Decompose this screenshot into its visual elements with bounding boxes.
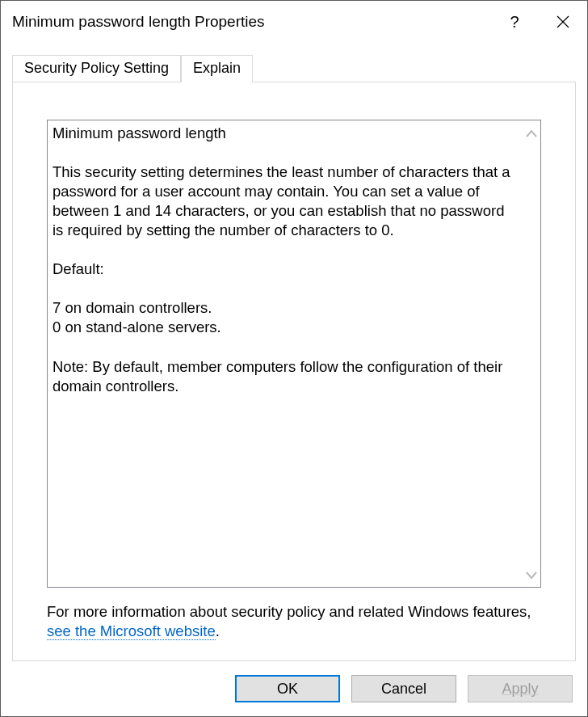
- titlebar: Minimum password length Properties ?: [1, 1, 587, 43]
- tab-label: Explain: [193, 60, 241, 76]
- properties-dialog: Minimum password length Properties ? Sec…: [0, 0, 588, 717]
- tab-security-policy-setting[interactable]: Security Policy Setting: [12, 55, 181, 82]
- tab-explain[interactable]: Explain: [181, 55, 253, 82]
- client-area: Security Policy Setting Explain Minimum …: [1, 43, 587, 661]
- close-icon: [556, 15, 569, 28]
- explain-textbox[interactable]: Minimum password length This security se…: [47, 120, 541, 588]
- cancel-button[interactable]: Cancel: [351, 675, 456, 702]
- footer-link-text: see the Microsoft website: [47, 622, 216, 639]
- close-button[interactable]: [539, 1, 587, 43]
- button-row: OK Cancel Apply: [1, 661, 587, 716]
- ok-button[interactable]: OK: [235, 675, 340, 702]
- footer-note: For more information about security poli…: [47, 602, 541, 641]
- scroll-down-icon: [526, 567, 537, 582]
- footer-suffix: .: [216, 622, 220, 639]
- apply-button: Apply: [468, 675, 573, 702]
- tab-label: Security Policy Setting: [24, 60, 169, 76]
- scrollbar[interactable]: [523, 120, 540, 587]
- help-icon: ?: [510, 13, 519, 32]
- help-button[interactable]: ?: [490, 1, 539, 43]
- scroll-up-icon: [526, 125, 537, 140]
- explain-text-content: Minimum password length This security se…: [48, 120, 523, 587]
- tab-panel-explain: Minimum password length This security se…: [12, 82, 576, 661]
- footer-prefix: For more information about security poli…: [47, 603, 531, 620]
- tabstrip: Security Policy Setting Explain: [12, 54, 576, 82]
- window-title: Minimum password length Properties: [12, 13, 490, 31]
- microsoft-website-link[interactable]: see the Microsoft website: [47, 622, 216, 640]
